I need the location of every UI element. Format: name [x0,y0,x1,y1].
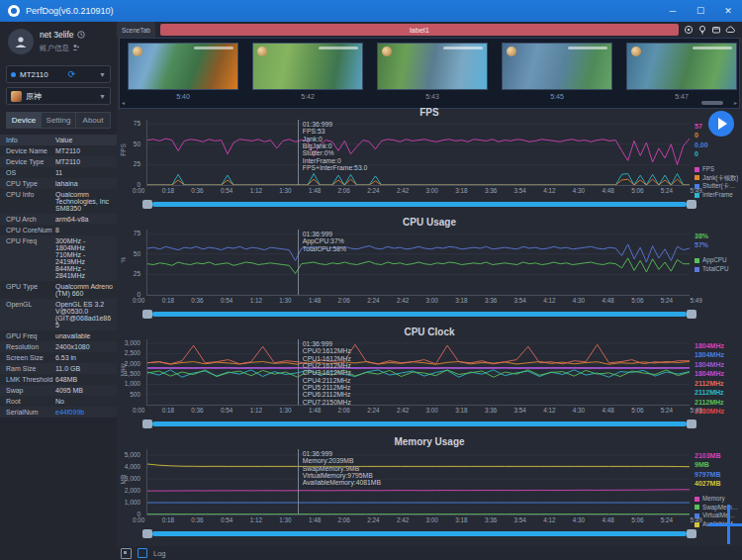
scene-label: label1 [410,26,429,35]
screenshot-timestamp: 5:47 [626,93,737,100]
table-row: Device TypeMT2110 [0,156,117,167]
legend-label: TotalCPU [702,265,729,274]
slider-handle-left[interactable] [142,529,152,538]
x-tick-label: 1:12 [250,407,262,414]
legend-item[interactable]: FPS [695,165,740,174]
scene-label-bar[interactable]: label1 [160,24,679,36]
history-clock-icon[interactable] [77,31,85,39]
x-tick-label: 0:54 [221,407,232,414]
y-tick-label: 2,000 [125,360,140,367]
slider-track[interactable] [152,531,687,536]
time-range-slider[interactable] [142,199,696,210]
slider-handle-left[interactable] [142,420,152,428]
legend-label: InterFrame [702,191,733,200]
x-tick-label: 3:00 [426,407,438,414]
slider-handle-right[interactable] [687,420,696,428]
tab-setting[interactable]: Setting [41,112,75,129]
x-tick-label: 1:48 [309,407,321,414]
x-tick-label: 0:18 [162,516,174,523]
minimize-button[interactable]: ─ [659,0,687,22]
log-checkbox[interactable] [138,548,147,558]
x-tick-label: 2:42 [397,187,409,194]
scene-toolbar: SceneTab label1 [117,22,742,38]
screenshot-thumbnail[interactable] [626,43,737,90]
tooltip-line: CPU7:2150MHz [303,399,431,406]
save-icon[interactable] [711,25,721,35]
add-chart-button[interactable] [708,505,742,544]
table-row: GPU TypeQualcomm Adreno (TM) 660 [0,281,117,299]
slider-track[interactable] [152,312,687,317]
time-range-slider[interactable] [142,528,696,539]
legend-item[interactable]: Memory [695,495,740,504]
table-row: LMK Threshold648MB [0,374,117,385]
scroll-right-icon[interactable]: ▸ [734,100,737,106]
y-axis-ticks: 0255075 [117,120,143,185]
scrollbar-thumb[interactable] [701,101,723,105]
legend-item[interactable]: TotalCPU [695,265,740,274]
bulb-icon[interactable] [697,25,707,35]
screenshot-thumbnail[interactable] [377,43,488,90]
x-tick-label: 0:54 [221,516,232,523]
tooltip-line: FPS:53 [303,128,431,135]
slider-handle-right[interactable] [687,310,696,319]
marker-icon[interactable] [684,25,694,35]
main-area: SceneTab label1 5:405:425:435:455:47 ◂ ▸… [117,22,742,560]
x-tick-label: 4:12 [543,297,555,304]
x-tick-label: 0:00 [133,187,144,194]
screenshot-thumbnail[interactable] [252,43,363,90]
plot-area: 01:36:999FPS:53Jank:0BigJank:0Stutter:0%… [146,120,690,186]
table-header-row: Info Value [0,135,117,145]
chart-cpu-usage: CPU Usage%025507501:36:999AppCPU:37%Tota… [117,217,742,327]
time-range-slider[interactable] [142,309,696,320]
table-row: RootNo [0,396,117,407]
legend-item[interactable]: Jank(卡顿数) [695,174,740,183]
play-button[interactable] [708,111,734,137]
tab-device[interactable]: Device [6,112,41,129]
app-select[interactable]: 原神 ▼ [6,87,111,105]
strip-scrollbar[interactable]: ◂ ▸ [122,100,737,106]
screenshot-thumbnail[interactable] [502,43,612,90]
y-tick-label: 25 [134,270,140,277]
sidebar: net 3elife 账户信息 MT2110 ⟳ ▼ 原神 ▼ DeviceSe… [0,22,118,560]
account-info-label[interactable]: 账户信息 [40,44,80,53]
y-tick-label: 1,000 [125,380,140,387]
x-axis-labels: 0:000:180:360:541:121:301:482:062:242:42… [133,187,702,194]
y-axis-ticks: 0255075 [117,230,143,295]
refresh-icon[interactable]: ⟳ [68,69,76,79]
legend: AppCPUTotalCPU [695,256,740,274]
x-tick-label: 5:24 [661,297,673,304]
avatar[interactable] [8,29,34,54]
scene-tab[interactable]: SceneTab [117,22,155,38]
x-tick-label: 3:00 [426,187,438,194]
x-tick-label: 4:30 [573,297,585,304]
maximize-button[interactable]: ☐ [687,0,714,22]
cloud-icon[interactable] [725,25,736,35]
device-select[interactable]: MT2110 ⟳ ▼ [6,65,111,83]
tooltip-line: SwapMemory:9MB [303,465,431,472]
slider-handle-right[interactable] [687,529,696,538]
x-tick-label: 3:36 [485,187,497,194]
time-range-slider[interactable] [142,419,696,429]
tooltip-line: FPS+InterFrame:53.0 [303,164,431,171]
slider-handle-right[interactable] [687,200,696,209]
legend-item[interactable]: AppCPU [695,256,740,265]
x-tick-label: 1:30 [279,297,291,304]
slider-handle-left[interactable] [142,200,152,209]
info-cell: CPU Info [0,191,55,212]
y-tick-label: 25 [134,160,140,167]
export-icon[interactable] [121,548,132,559]
table-row: CPU Freq300MHz - 1804MHz 710MHz - 2419MH… [0,235,117,281]
slider-track[interactable] [152,202,687,207]
perfdog-window: PerfDog(v6.0.210910) ─ ☐ ✕ net 3elife 账户… [0,0,742,560]
slider-track[interactable] [152,421,687,426]
slider-handle-left[interactable] [142,310,152,319]
scroll-left-icon[interactable]: ◂ [122,100,125,106]
x-tick-label: 0:00 [133,516,144,523]
current-value: 1804MHz [695,369,740,378]
current-value: 2103MB [695,451,740,460]
column-header-info: Info [0,137,55,143]
tab-about[interactable]: About [75,112,111,129]
close-button[interactable]: ✕ [714,0,742,22]
x-tick-label: 5:06 [631,407,643,414]
screenshot-thumbnail[interactable] [128,43,238,90]
